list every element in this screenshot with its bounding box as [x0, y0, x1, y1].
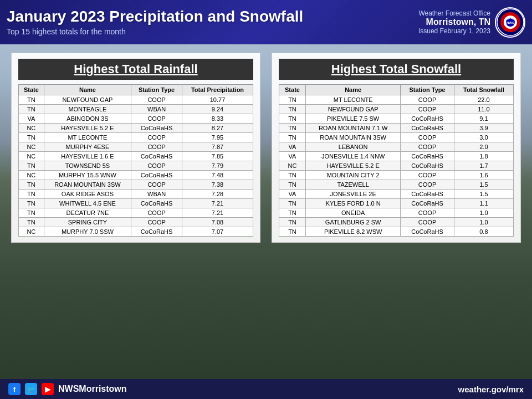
header-right: Weather Forecast Office Morristown, TN I…: [418, 7, 525, 38]
snowfall-row: TNPIKEVILLE 7.5 SWCoCoRaHS9.1: [279, 114, 514, 124]
rainfall-cell: VA: [19, 114, 44, 124]
rainfall-cell: DECATUR 7NE: [44, 208, 131, 218]
snowfall-cell: 1.5: [454, 180, 513, 190]
rainfall-cell: COOP: [131, 218, 182, 227]
snowfall-cell: TAZEWELL: [305, 180, 400, 190]
rainfall-title: Highest Total Rainfall: [18, 59, 253, 80]
twitter-icon[interactable]: 🐦: [25, 383, 37, 395]
snowfall-cell: TN: [279, 114, 306, 124]
snowfall-cell: 9.1: [454, 114, 513, 124]
snowfall-row: TNPIKEVILLE 8.2 WSWCoCoRaHS0.8: [279, 227, 514, 237]
rainfall-cell: MURPHY 15.5 WNW: [44, 171, 131, 180]
snowfall-row: TNMT LECONTECOOP22.0: [279, 95, 514, 105]
rainfall-cell: TN: [19, 190, 44, 199]
snowfall-cell: KYLES FORD 1.0 N: [305, 199, 400, 208]
rainfall-row: TNMT LECONTECOOP7.95: [19, 133, 253, 142]
rainfall-row: NCMURPHY 7.0 SSWCoCoRaHS7.07: [19, 227, 253, 237]
snowfall-cell: COOP: [401, 208, 454, 218]
rainfall-cell: 7.38: [182, 180, 253, 190]
rainfall-cell: 8.33: [182, 114, 253, 124]
snowfall-cell: NC: [279, 161, 306, 171]
snowfall-cell: CoCoRaHS: [401, 152, 454, 161]
rainfall-cell: NC: [19, 227, 44, 237]
snowfall-cell: PIKEVILLE 8.2 WSW: [305, 227, 400, 237]
office-info: Weather Forecast Office Morristown, TN I…: [418, 9, 490, 35]
rainfall-cell: TN: [19, 105, 44, 114]
rainfall-cell: MT LECONTE: [44, 133, 131, 142]
rainfall-cell: 7.21: [182, 199, 253, 208]
snowfall-cell: 1.1: [454, 199, 513, 208]
snowfall-cell: CoCoRaHS: [401, 227, 454, 237]
snowfall-cell: CoCoRaHS: [401, 124, 454, 133]
snowfall-cell: TN: [279, 105, 306, 114]
snowfall-cell: 1.7: [454, 161, 513, 171]
rainfall-cell: MURPHY 4ESE: [44, 142, 131, 152]
snowfall-cell: COOP: [401, 218, 454, 227]
snowfall-row: TNGATLINBURG 2 SWCOOP1.0: [279, 218, 514, 227]
rainfall-cell: 7.79: [182, 161, 253, 171]
rainfall-cell: 7.08: [182, 218, 253, 227]
rainfall-cell: ROAN MOUNTAIN 3SW: [44, 180, 131, 190]
facebook-icon[interactable]: f: [8, 383, 21, 395]
rainfall-cell: CoCoRaHS: [131, 227, 182, 237]
snowfall-cell: MT LECONTE: [305, 95, 400, 105]
rainfall-cell: 8.27: [182, 124, 253, 133]
snowfall-cell: PIKEVILLE 7.5 SW: [305, 114, 400, 124]
snowfall-cell: LEBANON: [305, 142, 400, 152]
snowfall-cell: HAYESVILLE 5.2 E: [305, 161, 400, 171]
rainfall-header-row: State Name Station Type Total Precipitat…: [19, 85, 253, 95]
snowfall-cell: TN: [279, 199, 306, 208]
rainfall-cell: 7.87: [182, 142, 253, 152]
rainfall-cell: TOWNSEND 5S: [44, 161, 131, 171]
snowfall-cell: TN: [279, 218, 306, 227]
rainfall-cell: COOP: [131, 114, 182, 124]
youtube-icon[interactable]: ▶: [42, 383, 54, 395]
rainfall-cell: NEWFOUND GAP: [44, 95, 131, 105]
rainfall-table: State Name Station Type Total Precipitat…: [18, 84, 253, 237]
snowfall-col-type: Station Type: [401, 85, 454, 95]
snowfall-cell: 3.0: [454, 133, 513, 142]
rainfall-cell: 7.07: [182, 227, 253, 237]
rainfall-cell: TN: [19, 180, 44, 190]
snowfall-row: TNNEWFOUND GAPCOOP11.0: [279, 105, 514, 114]
office-line1: Weather Forecast Office: [418, 9, 490, 17]
rainfall-cell: CoCoRaHS: [131, 124, 182, 133]
snowfall-cell: TN: [279, 133, 306, 142]
rainfall-row: TNWHITWELL 4.5 ENECoCoRaHS7.21: [19, 199, 253, 208]
rainfall-row: TNMONTEAGLEWBAN9.24: [19, 105, 253, 114]
rainfall-cell: 7.95: [182, 133, 253, 142]
snowfall-col-state: State: [279, 85, 306, 95]
rainfall-row: TNOAK RIDGE ASOSWBAN7.28: [19, 190, 253, 199]
snowfall-cell: CoCoRaHS: [401, 114, 454, 124]
rainfall-cell: CoCoRaHS: [131, 152, 182, 161]
rainfall-cell: SPRING CITY: [44, 218, 131, 227]
rainfall-cell: COOP: [131, 161, 182, 171]
page-title: January 2023 Precipitation and Snowfall: [7, 8, 418, 25]
rainfall-cell: COOP: [131, 133, 182, 142]
rainfall-col-name: Name: [44, 85, 131, 95]
snowfall-cell: TN: [279, 95, 306, 105]
rainfall-cell: 7.48: [182, 171, 253, 180]
snowfall-cell: TN: [279, 171, 306, 180]
snowfall-cell: COOP: [401, 142, 454, 152]
rainfall-cell: 10.77: [182, 95, 253, 105]
rainfall-cell: TN: [19, 161, 44, 171]
rainfall-cell: 7.85: [182, 152, 253, 161]
header-subtitle: Top 15 highest totals for the month: [7, 27, 418, 36]
snowfall-header-row: State Name Station Type Total Snowfall: [279, 85, 514, 95]
snowfall-cell: 1.0: [454, 218, 513, 227]
rainfall-cell: TN: [19, 208, 44, 218]
snowfall-cell: COOP: [401, 180, 454, 190]
snowfall-row: TNTAZEWELLCOOP1.5: [279, 180, 514, 190]
rainfall-row: TNTOWNSEND 5SCOOP7.79: [19, 161, 253, 171]
snowfall-cell: TN: [279, 227, 306, 237]
snowfall-cell: TN: [279, 180, 306, 190]
rainfall-row: TNDECATUR 7NECOOP7.21: [19, 208, 253, 218]
snowfall-panel: Highest Total Snowfall State Name Statio…: [272, 53, 521, 243]
content-area: Highest Total Rainfall State Name Statio…: [0, 44, 532, 251]
snowfall-cell: ROAN MOUNTAIN 3SW: [305, 133, 400, 142]
snowfall-title: Highest Total Snowfall: [279, 59, 514, 80]
rainfall-cell: WHITWELL 4.5 ENE: [44, 199, 131, 208]
rainfall-cell: COOP: [131, 180, 182, 190]
snowfall-cell: 3.9: [454, 124, 513, 133]
